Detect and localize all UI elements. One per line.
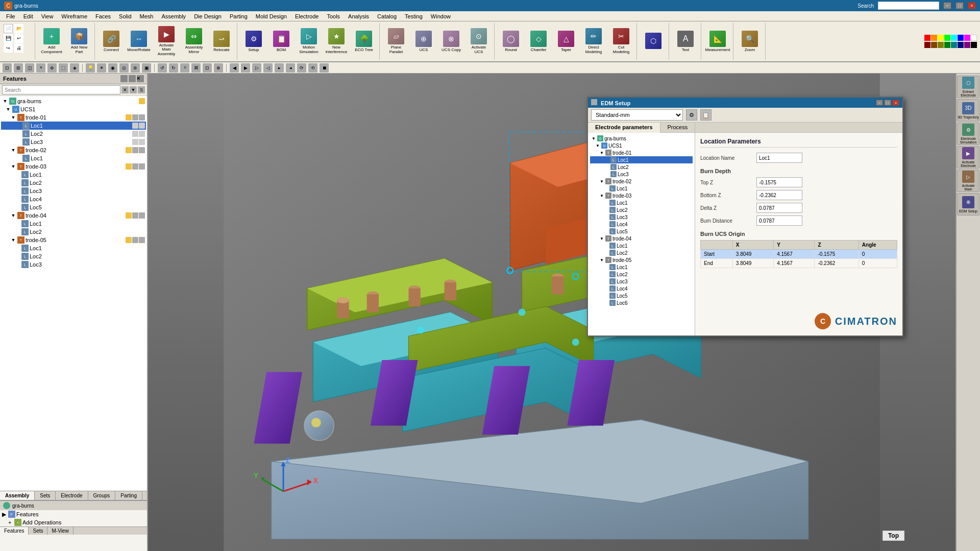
color-green[interactable] <box>944 35 950 41</box>
menu-electrode[interactable]: Electrode <box>291 12 323 20</box>
rotate-left-icon[interactable]: ↺ <box>158 63 167 73</box>
menu-mold-design[interactable]: Mold Design <box>252 12 291 20</box>
minimize-btn[interactable]: − <box>943 2 951 9</box>
viewport[interactable]: Z Y X Top <box>148 74 955 551</box>
tree-trode03-loc1[interactable]: L Loc1 <box>1 171 146 179</box>
light-icon-2[interactable]: ☀ <box>97 63 106 73</box>
menu-window[interactable]: Window <box>427 12 455 20</box>
nav-icon-8[interactable]: ⟲ <box>308 63 317 73</box>
trode04-toggle[interactable]: ▼ <box>10 212 16 219</box>
maximize-btn[interactable]: □ <box>955 2 964 9</box>
color-dark-yellow[interactable] <box>938 42 944 48</box>
color-dark-orange[interactable] <box>931 42 937 48</box>
ucs-toggle[interactable]: ▼ <box>5 106 11 112</box>
color-red[interactable] <box>924 35 930 41</box>
tree-trode-05[interactable]: ▼ T trode-05 <box>1 236 146 244</box>
menu-faces[interactable]: Faces <box>91 12 115 20</box>
tree-trode04-loc2[interactable]: L Loc2 <box>1 228 146 236</box>
edm-t03-loc5[interactable]: L Loc5 <box>590 228 693 235</box>
loc1-toggle[interactable] <box>15 123 21 129</box>
view-icon-4[interactable]: ⌖ <box>36 63 45 73</box>
edm-t05-loc1[interactable]: L Loc1 <box>590 263 693 271</box>
relocate-btn[interactable]: ⤻ Relocate <box>208 25 235 58</box>
menu-parting[interactable]: Parting <box>226 12 252 20</box>
search-clear-icon[interactable]: ✕ <box>121 86 129 93</box>
edm-t04-loc2[interactable]: L Loc2 <box>590 249 693 256</box>
location-name-input[interactable] <box>756 153 802 163</box>
nav-icon-5[interactable]: ▸ <box>275 63 284 73</box>
cut-modeling-btn[interactable]: ✂ Cut Modeling <box>608 25 634 58</box>
tree-ucs[interactable]: ▼ U UCS1 <box>1 105 146 113</box>
edm-tab-process[interactable]: Process <box>660 123 696 132</box>
delta-z-input[interactable] <box>756 203 802 213</box>
edm-standard-dropdown[interactable]: Standard-mm Standard-inch Custom <box>591 109 683 121</box>
edm-trode04[interactable]: ▼ T trode-04 <box>590 235 693 242</box>
tree-root[interactable]: ▼ G gra-burns <box>1 97 146 105</box>
color-dark-green[interactable] <box>944 42 950 48</box>
3d-trajectory-tool[interactable]: 3D 3D Trajectory <box>957 99 979 122</box>
activate-electrode-tool[interactable]: ▶ Activate Electrode <box>957 146 979 169</box>
ll-features-item[interactable]: ▶ F Features <box>0 510 147 518</box>
menu-solid[interactable]: Solid <box>115 12 135 20</box>
edm-t05-loc5[interactable]: L Loc5 <box>590 292 693 299</box>
loc2-toggle[interactable] <box>15 131 21 137</box>
ll-tab-mview[interactable]: M-View <box>47 527 73 535</box>
view-icon-2[interactable]: ⊞ <box>14 63 23 73</box>
nav-icon-1[interactable]: ◀ <box>230 63 239 73</box>
top-z-input[interactable] <box>756 177 802 187</box>
tab-parting[interactable]: Parting <box>115 491 142 500</box>
color-dark-magenta[interactable] <box>964 42 970 48</box>
light-icon-1[interactable]: 💡 <box>86 63 95 73</box>
quick-print[interactable]: 🖨 <box>14 43 23 53</box>
tree-trode01-loc2[interactable]: L Loc2 <box>1 130 146 138</box>
tree-trode-02[interactable]: ▼ T trode-02 <box>1 146 146 154</box>
edm-t03-loc4[interactable]: L Loc4 <box>590 221 693 228</box>
tab-assembly[interactable]: Assembly <box>0 491 35 500</box>
menu-catalog[interactable]: Catalog <box>373 12 401 20</box>
edm-tb-icon-1[interactable]: ⚙ <box>686 109 697 121</box>
quick-new[interactable]: 📄 <box>4 24 13 33</box>
filter-icon[interactable]: ▼ <box>130 86 137 93</box>
trode03-toggle[interactable]: ▼ <box>10 163 16 170</box>
menu-wireframe[interactable]: Wireframe <box>57 12 91 20</box>
nav-icon-6[interactable]: ◂ <box>286 63 295 73</box>
extract-electrode-tool[interactable]: ⬡ Extract Electrode <box>957 76 979 98</box>
loc2-act2[interactable] <box>139 131 145 137</box>
edm-tab-electrode[interactable]: Electrode parameters <box>588 123 660 133</box>
trode01-action1[interactable] <box>132 114 138 121</box>
plane-parallel-btn[interactable]: ▱ Plane Parallel <box>383 25 409 58</box>
motion-btn[interactable]: ▷ Motion Simulation <box>296 25 322 58</box>
trode04-act2[interactable] <box>139 212 145 219</box>
tree-trode01-loc3[interactable]: L Loc3 <box>1 138 146 146</box>
snap-icon-4[interactable]: ⊕ <box>214 63 223 73</box>
edm-t05-loc6[interactable]: L Loc6 <box>590 299 693 306</box>
edm-t03-loc3[interactable]: L Loc3 <box>590 213 693 221</box>
search-options-icon[interactable]: S <box>138 86 145 93</box>
edm-t05-loc3[interactable]: L Loc3 <box>590 278 693 285</box>
light-icon-4[interactable]: ◎ <box>119 63 129 73</box>
edm-t01-toggle[interactable]: ▼ <box>599 150 604 155</box>
tab-groups[interactable]: Groups <box>88 491 116 500</box>
taper-btn[interactable]: △ Taper <box>553 25 579 58</box>
nav-icon-3[interactable]: ▷ <box>252 63 261 73</box>
edm-tb-icon-2[interactable]: 📋 <box>700 109 712 121</box>
snap-icon-1[interactable]: ⌗ <box>180 63 189 73</box>
view-icon-7[interactable]: ◈ <box>70 63 79 73</box>
edm-t03-loc2[interactable]: L Loc2 <box>590 206 693 213</box>
color-black[interactable] <box>971 42 977 48</box>
bottom-z-input[interactable] <box>756 190 802 200</box>
nav-icon-7[interactable]: ⟳ <box>297 63 306 73</box>
trode03-act1[interactable] <box>132 163 138 170</box>
global-search-input[interactable] <box>878 2 939 10</box>
tree-trode05-loc1[interactable]: L Loc1 <box>1 244 146 252</box>
render-icon-1[interactable]: ▣ <box>142 63 151 73</box>
quick-undo[interactable]: ↩ <box>14 34 23 43</box>
color-cyan[interactable] <box>951 35 957 41</box>
menu-file[interactable]: File <box>2 12 19 20</box>
menu-edit[interactable]: Edit <box>19 12 37 20</box>
3d-scene[interactable]: Z Y X Top <box>148 74 955 551</box>
expand-icon[interactable] <box>129 75 136 82</box>
zoom-btn[interactable]: 🔍 Zoom <box>737 25 763 58</box>
tree-trode05-loc3[interactable]: L Loc3 <box>1 260 146 269</box>
rotate-right-icon[interactable]: ↻ <box>169 63 178 73</box>
